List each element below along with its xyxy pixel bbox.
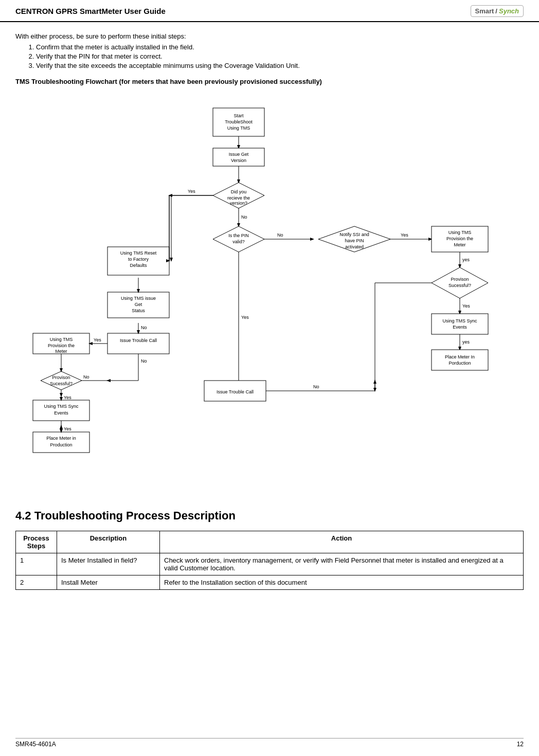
svg-rect-45: [213, 148, 264, 166]
svg-text:Place Meter In: Place Meter In: [445, 354, 475, 359]
svg-text:Issue Trouble Call: Issue Trouble Call: [217, 389, 254, 394]
col-header-desc: Description: [57, 531, 160, 553]
intro-lead: With either process, be sure to perform …: [15, 32, 524, 40]
svg-text:Using TMS Sync: Using TMS Sync: [443, 318, 477, 323]
svg-rect-24: [107, 333, 169, 354]
svg-text:Events: Events: [54, 410, 68, 416]
cell-step-0: 1: [16, 553, 57, 575]
svg-text:Porduction: Porduction: [448, 361, 471, 366]
logo-area: Smart/Synch: [471, 5, 524, 17]
table-row: 1 Is Meter Installed in field? Check wor…: [16, 553, 524, 575]
svg-text:Using TMS: Using TMS: [227, 125, 250, 131]
flowchart-container: Place Meter in Production Yes Using TMS …: [15, 93, 524, 494]
svg-text:valid?: valid?: [232, 239, 245, 244]
svg-text:Using TMS: Using TMS: [50, 337, 73, 342]
svg-text:Production: Production: [50, 442, 72, 447]
svg-text:version?: version?: [230, 201, 247, 206]
intro-step-3: Verify that the site exceeds the accepta…: [36, 62, 524, 69]
svg-text:activated: activated: [345, 244, 364, 249]
cell-desc-1: Install Meter: [57, 575, 160, 590]
svg-text:Did you: Did you: [231, 189, 247, 194]
svg-text:Issue Get: Issue Get: [229, 152, 249, 157]
svg-text:Yes: Yes: [94, 337, 101, 343]
logo-smart-text: Smart: [475, 7, 494, 15]
page-content: With either process, be sure to perform …: [0, 22, 539, 610]
svg-text:Version: Version: [231, 158, 246, 163]
svg-text:Yes: Yes: [241, 315, 249, 320]
cell-action-0: Check work orders, inventory management,…: [160, 553, 524, 575]
svg-text:Sucessful?: Sucessful?: [50, 381, 73, 386]
svg-text:Provison: Provison: [451, 277, 469, 282]
intro-list: Confirm that the meter is actually insta…: [36, 43, 524, 69]
svg-text:Is the PIN: Is the PIN: [228, 233, 249, 238]
svg-text:No: No: [313, 384, 319, 389]
svg-text:to Factory: to Factory: [128, 257, 149, 262]
cell-step-1: 2: [16, 575, 57, 590]
svg-text:Yes: Yes: [462, 303, 470, 309]
flowchart-svg: Place Meter in Production Yes Using TMS …: [25, 93, 514, 494]
svg-text:Status: Status: [132, 308, 145, 313]
intro-step-2: Verify that the PIN for that meter is co…: [36, 52, 524, 60]
svg-text:yes: yes: [462, 257, 470, 262]
svg-text:Using TMS Sync: Using TMS Sync: [44, 404, 79, 409]
svg-text:Sucessful?: Sucessful?: [448, 283, 471, 288]
page-footer: SMR45-4601A 12: [15, 738, 524, 748]
intro-step-1: Confirm that the meter is actually insta…: [36, 43, 524, 51]
svg-text:Defaults: Defaults: [130, 263, 147, 268]
svg-text:Using TMS Reset: Using TMS Reset: [120, 250, 157, 256]
svg-marker-11: [41, 371, 82, 390]
svg-text:Meter: Meter: [55, 349, 67, 354]
logo-synch-text: Synch: [499, 7, 519, 15]
section-42-title: 4.2 Troubleshooting Process Description: [15, 509, 524, 523]
process-table: ProcessSteps Description Action 1 Is Met…: [15, 531, 524, 590]
svg-text:Using TMS: Using TMS: [448, 230, 471, 235]
svg-text:Provison: Provison: [52, 375, 70, 380]
svg-text:Yes: Yes: [401, 232, 408, 238]
svg-text:No: No: [83, 374, 89, 380]
svg-rect-93: [432, 314, 488, 334]
svg-text:TroubleShoot: TroubleShoot: [225, 119, 253, 124]
svg-text:No: No: [241, 214, 247, 220]
footer-left: SMR45-4601A: [15, 741, 56, 748]
cell-desc-0: Is Meter Installed in field?: [57, 553, 160, 575]
cell-action-1: Refer to the Installation section of thi…: [160, 575, 524, 590]
svg-text:yes: yes: [462, 339, 470, 345]
table-row: 2 Install Meter Refer to the Installatio…: [16, 575, 524, 590]
svg-text:Start: Start: [233, 113, 244, 118]
svg-text:Meter: Meter: [454, 242, 465, 247]
flowchart-heading: TMS Troubleshooting Flowchart (for meter…: [15, 78, 524, 85]
header-title: CENTRON GPRS SmartMeter User Guide: [15, 7, 166, 15]
col-header-steps: ProcessSteps: [16, 531, 57, 553]
svg-text:Get: Get: [135, 302, 142, 307]
svg-text:recieve the: recieve the: [227, 195, 250, 201]
svg-text:Events: Events: [453, 325, 467, 330]
svg-text:No: No: [141, 358, 147, 364]
page-header: CENTRON GPRS SmartMeter User Guide Smart…: [0, 0, 539, 22]
col-header-action: Action: [160, 531, 524, 553]
table-body: 1 Is Meter Installed in field? Check wor…: [16, 553, 524, 590]
svg-text:Yes: Yes: [64, 426, 71, 431]
svg-text:Place Meter in: Place Meter in: [46, 436, 76, 441]
svg-text:No: No: [141, 325, 147, 330]
svg-text:Issue Trouble Call: Issue Trouble Call: [120, 338, 157, 343]
footer-right: 12: [517, 741, 524, 748]
svg-text:Using TMS issue: Using TMS issue: [121, 296, 156, 301]
svg-text:Provision the: Provision the: [48, 343, 75, 348]
svg-text:No: No: [277, 232, 283, 238]
svg-text:Notify SSI and: Notify SSI and: [339, 232, 369, 237]
svg-text:Provision the: Provision the: [446, 236, 473, 241]
svg-text:Yes: Yes: [188, 189, 195, 194]
logo-box: Smart/Synch: [471, 5, 524, 17]
svg-text:Yes: Yes: [64, 395, 71, 400]
svg-rect-98: [432, 350, 488, 370]
svg-text:have PIN: have PIN: [345, 238, 364, 243]
table-header-row: ProcessSteps Description Action: [16, 531, 524, 553]
